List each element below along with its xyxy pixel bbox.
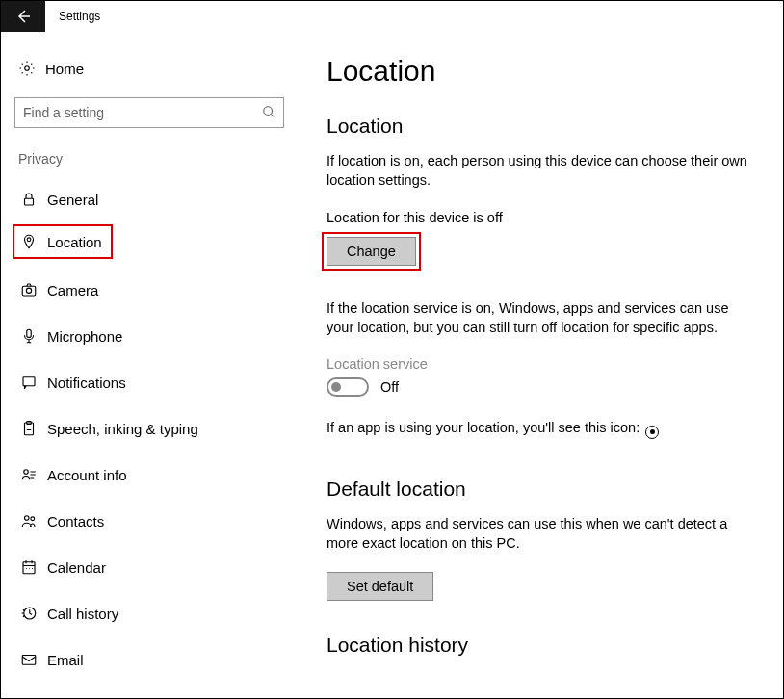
change-button[interactable]: Change (327, 237, 416, 266)
section-heading-location: Location (327, 115, 754, 138)
sidebar-item-contacts[interactable]: Contacts (13, 500, 286, 542)
sidebar-item-general[interactable]: General (13, 178, 286, 220)
nav-label: Speech, inking & typing (47, 421, 198, 437)
default-location-description: Windows, apps and services can use this … (327, 514, 754, 554)
location-device-status: Location for this device is off (327, 210, 754, 225)
svg-rect-7 (23, 377, 35, 386)
location-description: If location is on, each person using thi… (327, 151, 754, 191)
sidebar-item-email[interactable]: Email (13, 638, 286, 681)
clipboard-icon (20, 420, 47, 437)
location-service-toggle[interactable] (327, 377, 369, 397)
nav-label: General (47, 192, 98, 208)
microphone-icon (20, 327, 47, 345)
set-default-button[interactable]: Set default (327, 572, 433, 601)
svg-point-0 (25, 66, 30, 71)
svg-rect-13 (23, 562, 35, 574)
people-icon (20, 512, 47, 530)
nav-label: Camera (47, 282, 98, 298)
sidebar-item-speech[interactable]: Speech, inking & typing (13, 407, 286, 450)
svg-point-5 (26, 288, 31, 293)
nav-label: Contacts (47, 513, 104, 530)
home-label: Home (45, 61, 84, 77)
nav-label: Calendar (47, 559, 106, 576)
main-content: Location Location If location is on, eac… (298, 32, 783, 698)
nav-label: Location (47, 234, 102, 250)
sidebar-item-location[interactable]: Location (13, 224, 113, 259)
svg-rect-6 (27, 329, 32, 337)
sidebar-item-notifications[interactable]: Notifications (13, 361, 286, 403)
svg-rect-2 (25, 198, 34, 205)
location-service-description: If the location service is on, Windows, … (327, 298, 754, 338)
section-heading-default: Default location (327, 478, 754, 501)
titlebar: Settings (1, 1, 783, 32)
sidebar-item-callhistory[interactable]: Call history (13, 592, 286, 634)
nav-label: Email (47, 652, 84, 668)
sidebar-item-account[interactable]: Account info (13, 453, 286, 496)
back-button[interactable] (1, 1, 45, 32)
mail-icon (20, 651, 47, 668)
svg-point-3 (27, 238, 31, 242)
search-box[interactable] (14, 97, 284, 128)
sidebar-item-camera[interactable]: Camera (13, 269, 286, 311)
back-arrow-icon (15, 9, 31, 24)
nav-label: Account info (47, 467, 127, 483)
location-icon-note: If an app is using your location, you'll… (327, 418, 754, 439)
window-title: Settings (59, 10, 100, 23)
gear-icon (18, 60, 45, 77)
calendar-icon (20, 558, 47, 576)
message-icon (20, 374, 47, 391)
svg-point-12 (31, 517, 35, 521)
sidebar-item-microphone[interactable]: Microphone (13, 315, 286, 357)
group-header-privacy: Privacy (13, 151, 286, 178)
account-icon (20, 466, 47, 483)
svg-point-10 (24, 470, 29, 475)
lock-icon (20, 191, 47, 208)
nav-label: Call history (47, 606, 118, 622)
location-pin-icon (20, 233, 47, 250)
location-service-label: Location service (327, 356, 754, 372)
search-icon (262, 105, 275, 121)
svg-point-1 (264, 106, 273, 115)
nav-label: Notifications (47, 375, 126, 391)
svg-rect-15 (22, 656, 36, 665)
sidebar: Home Privacy General Location (1, 32, 298, 698)
svg-point-11 (25, 516, 30, 521)
sidebar-item-calendar[interactable]: Calendar (13, 546, 286, 588)
home-nav[interactable]: Home (13, 49, 286, 88)
camera-icon (20, 281, 47, 298)
history-icon (20, 605, 47, 622)
page-title: Location (327, 55, 754, 88)
location-indicator-icon (645, 426, 659, 439)
search-input[interactable] (23, 105, 262, 120)
section-heading-history: Location history (327, 634, 754, 657)
toggle-state-label: Off (380, 379, 399, 395)
nav-label: Microphone (47, 328, 122, 345)
